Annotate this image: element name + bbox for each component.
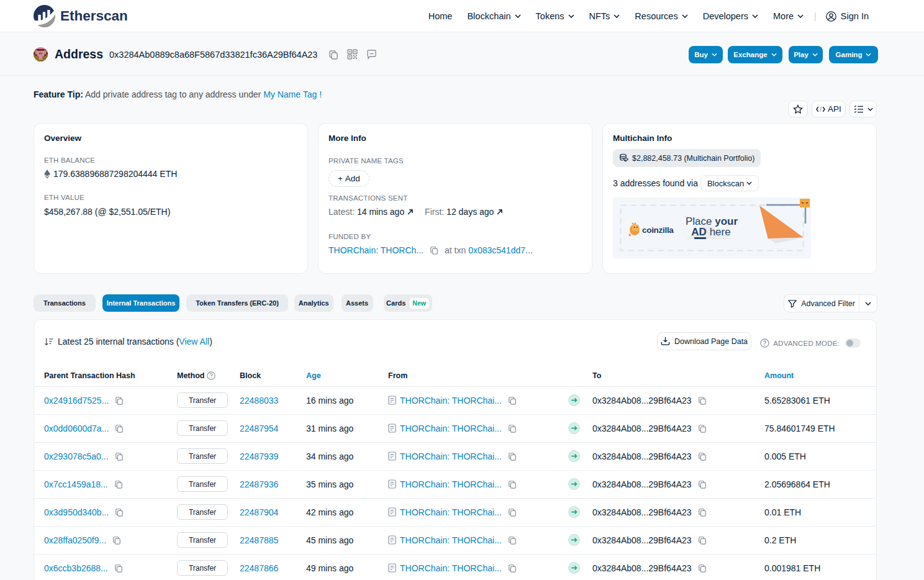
svg-text:AD here: AD here	[691, 226, 730, 238]
svg-text:coinzilla: coinzilla	[642, 225, 674, 235]
